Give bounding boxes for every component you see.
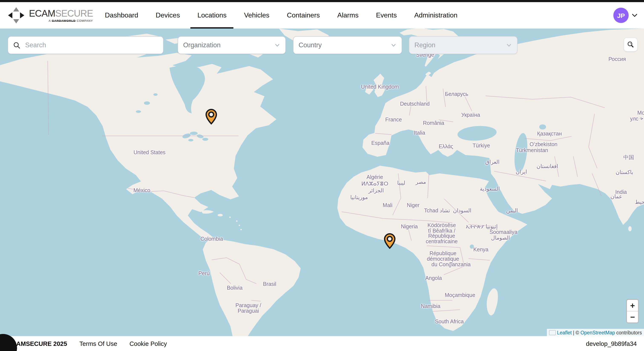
map-search-tool-button[interactable] [624,38,638,52]
search-input[interactable] [24,41,158,50]
magnifier-icon [627,41,634,48]
logo: ECAMSECURE A GARDAWORLD COMPANY [7,6,93,25]
nav-item-alarms[interactable]: Alarms [336,2,360,28]
leaflet-link[interactable]: Leaflet [557,330,572,335]
organization-select-label: Organization [183,41,221,49]
nav-item-vehicles[interactable]: Vehicles [243,2,270,28]
chevron-down-icon [390,42,396,48]
zoom-in-button[interactable]: + [627,300,638,311]
user-menu[interactable]: JP [613,8,638,23]
chevron-down-icon[interactable] [631,12,638,19]
map-attribution: Leaflet | © OpenStreetMap contributors [547,329,644,336]
region-select: Region [409,36,518,54]
logo-brand-primary: ECAM [29,8,55,18]
main-nav: Dashboard Devices Locations Vehicles Con… [104,2,458,28]
map-marker-quebec[interactable] [205,108,217,125]
header: ECAMSECURE A GARDAWORLD COMPANY Dashboar… [0,2,644,28]
search-box[interactable] [8,36,164,54]
ecamsecure-diamond-icon [7,6,26,25]
logo-tagline: A GARDAWORLD COMPANY [29,19,93,22]
cookie-policy-link[interactable]: Cookie Policy [130,340,167,347]
region-select-label: Region [414,41,435,49]
build-version: develop_9b89fa34 [586,340,637,347]
map-zoom-control: + − [626,299,639,323]
avatar[interactable]: JP [613,8,629,23]
country-select[interactable]: Country [293,36,402,54]
nav-item-locations[interactable]: Locations [196,2,228,28]
openstreetmap-link[interactable]: OpenStreetMap [580,330,615,335]
organization-select[interactable]: Organization [178,36,286,54]
top-black-strip [0,0,644,2]
attribution-contributors: contributors [616,330,642,335]
country-select-label: Country [298,41,322,49]
map-marker-gulf-of-guinea[interactable] [384,233,396,249]
terms-of-use-link[interactable]: Terms Of Use [80,340,117,347]
ukraine-flag-icon [549,330,556,335]
chevron-down-icon [506,42,512,48]
filter-bar: Organization Country Region [0,36,644,54]
footer: ECAMSECURE 2025 Terms Of Use Cookie Poli… [0,336,644,351]
logo-text: ECAMSECURE A GARDAWORLD COMPANY [29,9,93,22]
map-canvas[interactable]: SverigeРоссияМоулс ᠲUnited KingdomБелару… [0,28,644,336]
nav-item-administration[interactable]: Administration [413,2,458,28]
nav-item-devices[interactable]: Devices [155,2,181,28]
chevron-down-icon [274,42,280,48]
nav-item-containers[interactable]: Containers [286,2,321,28]
nav-item-dashboard[interactable]: Dashboard [104,2,139,28]
zoom-out-button[interactable]: − [627,311,638,322]
nav-item-events[interactable]: Events [375,2,398,28]
attribution-copyright: © [576,330,579,335]
attribution-separator: | [573,330,574,335]
app: ECAMSECURE A GARDAWORLD COMPANY Dashboar… [0,0,644,351]
logo-brand-secondary: SECURE [55,8,93,18]
world-map-tiles [0,28,644,336]
search-icon [13,42,20,49]
